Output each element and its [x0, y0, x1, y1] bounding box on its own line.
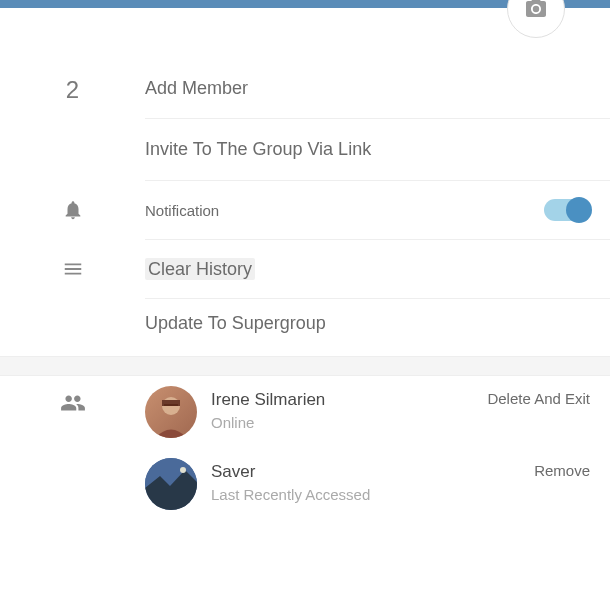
section-divider — [0, 356, 610, 376]
member-name: Irene Silmarien — [211, 390, 487, 410]
menu-icon — [62, 258, 84, 284]
delete-and-exit-button[interactable]: Delete And Exit — [487, 386, 610, 407]
update-supergroup-link[interactable]: Update To Supergroup — [145, 313, 326, 333]
member-status: Online — [211, 414, 487, 431]
add-member-link[interactable]: Add Member — [145, 78, 248, 98]
avatar[interactable] — [145, 458, 197, 510]
clear-history-link[interactable]: Clear History — [145, 258, 255, 280]
avatar[interactable] — [145, 386, 197, 438]
member-status: Last Recently Accessed — [211, 486, 534, 503]
toggle-knob — [566, 197, 592, 223]
camera-icon — [524, 0, 548, 21]
svg-rect-2 — [164, 404, 178, 406]
notification-label: Notification — [145, 202, 219, 219]
remove-button[interactable]: Remove — [534, 458, 610, 479]
svg-point-4 — [180, 467, 186, 473]
member-count: 2 — [66, 76, 79, 104]
notification-toggle[interactable] — [544, 199, 590, 221]
invite-via-link[interactable]: Invite To The Group Via Link — [145, 139, 371, 159]
bell-icon — [62, 199, 84, 225]
member-name: Saver — [211, 462, 534, 482]
people-icon — [60, 390, 86, 420]
group-settings-content: 2 Add Member Invite To The Group Via Lin… — [0, 8, 610, 520]
